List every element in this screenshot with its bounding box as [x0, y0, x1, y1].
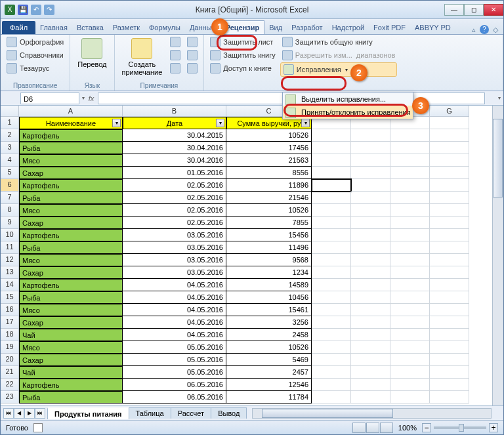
filter-sum-icon[interactable]: ▾ [301, 119, 310, 127]
spreadsheet-grid[interactable]: ABCDEFG1Наименование▾Дата▾Сумма выручки,… [1, 106, 503, 404]
cell-B19[interactable]: 05.05.2016 [123, 341, 226, 354]
cell-B13[interactable]: 03.05.2016 [123, 266, 226, 279]
cell-F21[interactable] [390, 366, 430, 379]
track-changes-button[interactable]: Исправления▾ [280, 62, 398, 77]
cell-E10[interactable] [351, 229, 390, 241]
tab-view[interactable]: Вид [264, 21, 287, 34]
zoom-in-button[interactable]: + [489, 423, 498, 432]
col-header-G[interactable]: G [430, 106, 469, 117]
cell-F15[interactable] [390, 291, 430, 304]
sheet-next-button[interactable]: ▶ [24, 408, 35, 419]
cell-A23[interactable]: Рыба [19, 391, 123, 404]
maximize-button[interactable]: ◻ [464, 4, 484, 16]
cell-G6[interactable] [430, 179, 469, 192]
cell-G22[interactable] [430, 379, 469, 391]
thesaurus-button[interactable]: Тезаурус [5, 62, 66, 74]
cell-A6[interactable]: Картофель [19, 179, 123, 192]
cell-A9[interactable]: Сахар [19, 217, 123, 229]
row-header-1[interactable]: 1 [1, 117, 19, 129]
cell-E6[interactable] [351, 179, 390, 192]
cell-G19[interactable] [430, 341, 469, 354]
row-header-15[interactable]: 15 [1, 291, 19, 304]
prev-comment-button[interactable] [168, 49, 182, 61]
cell-D21[interactable] [312, 366, 351, 379]
cell-C7[interactable]: 21546 [226, 192, 312, 204]
cell-F14[interactable] [390, 279, 430, 291]
cell-D18[interactable] [312, 329, 351, 341]
cell-B23[interactable]: 06.05.2016 [123, 391, 226, 404]
cell-B12[interactable]: 03.05.2016 [123, 254, 226, 266]
cell-B21[interactable]: 05.05.2016 [123, 366, 226, 379]
minimize-ribbon-icon[interactable]: ▵ [472, 26, 476, 34]
row-header-23[interactable]: 23 [1, 391, 19, 404]
cell-C14[interactable]: 14589 [226, 279, 312, 291]
row-header-12[interactable]: 12 [1, 254, 19, 266]
cell-F6[interactable] [390, 179, 430, 192]
cell-A20[interactable]: Сахар [19, 354, 123, 366]
cell-F12[interactable] [390, 254, 430, 266]
cell-G20[interactable] [430, 354, 469, 366]
cell-C6[interactable]: 11896 [226, 179, 312, 192]
cell-F23[interactable] [390, 391, 430, 404]
cell-B4[interactable]: 30.04.2016 [123, 154, 226, 167]
cell-D7[interactable] [312, 192, 351, 204]
cell-D10[interactable] [312, 229, 351, 241]
cell-C3[interactable]: 17456 [226, 142, 312, 154]
show-all-button[interactable] [185, 49, 200, 61]
filter-name-icon[interactable]: ▾ [112, 119, 121, 127]
cell-B17[interactable]: 04.05.2016 [123, 316, 226, 329]
cell-C21[interactable]: 2457 [226, 366, 312, 379]
cell-B22[interactable]: 06.05.2016 [123, 379, 226, 391]
row-header-8[interactable]: 8 [1, 204, 19, 217]
cell-E21[interactable] [351, 366, 390, 379]
cell-D12[interactable] [312, 254, 351, 266]
row-header-10[interactable]: 10 [1, 229, 19, 241]
cell-B6[interactable]: 02.05.2016 [123, 179, 226, 192]
cell-G7[interactable] [430, 192, 469, 204]
cell-D16[interactable] [312, 304, 351, 316]
cell-D11[interactable] [312, 241, 351, 254]
row-header-21[interactable]: 21 [1, 366, 19, 379]
cell-E16[interactable] [351, 304, 390, 316]
cell-G12[interactable] [430, 254, 469, 266]
cell-D4[interactable] [312, 154, 351, 167]
row-header-3[interactable]: 3 [1, 142, 19, 154]
row-header-16[interactable]: 16 [1, 304, 19, 316]
cell-F22[interactable] [390, 379, 430, 391]
cell-C17[interactable]: 3256 [226, 316, 312, 329]
cell-C19[interactable]: 10526 [226, 341, 312, 354]
cell-A17[interactable]: Сахар [19, 316, 123, 329]
cell-F16[interactable] [390, 304, 430, 316]
cell-D23[interactable] [312, 391, 351, 404]
row-header-11[interactable]: 11 [1, 241, 19, 254]
cell-D17[interactable] [312, 316, 351, 329]
cell-F19[interactable] [390, 341, 430, 354]
macro-record-icon[interactable] [33, 423, 43, 432]
cell-E15[interactable] [351, 291, 390, 304]
cell-A4[interactable]: Мясо [19, 154, 123, 167]
cell-E22[interactable] [351, 379, 390, 391]
cell-G16[interactable] [430, 304, 469, 316]
cell-E11[interactable] [351, 241, 390, 254]
view-layout-button[interactable] [366, 423, 379, 433]
cell-E7[interactable] [351, 192, 390, 204]
cell-A5[interactable]: Сахар [19, 167, 123, 179]
header-name[interactable]: Наименование▾ [19, 117, 123, 129]
save-icon[interactable]: 💾 [18, 5, 28, 15]
cell-A7[interactable]: Рыба [19, 192, 123, 204]
allow-ranges-button[interactable]: Разрешить изм...диапазонов [280, 49, 398, 61]
cell-D3[interactable] [312, 142, 351, 154]
cell-F13[interactable] [390, 266, 430, 279]
cell-B7[interactable]: 02.05.2016 [123, 192, 226, 204]
row-header-14[interactable]: 14 [1, 279, 19, 291]
cell-A2[interactable]: Картофель [19, 129, 123, 142]
cell-B16[interactable]: 04.05.2016 [123, 304, 226, 316]
redo-icon[interactable]: ↷ [44, 5, 54, 15]
cell-G8[interactable] [430, 204, 469, 217]
view-normal-button[interactable] [352, 423, 366, 433]
cell-G4[interactable] [430, 154, 469, 167]
view-pagebreak-button[interactable] [380, 423, 393, 433]
cell-B5[interactable]: 01.05.2016 [123, 167, 226, 179]
sheet-tab-4[interactable]: Вывод [211, 407, 247, 419]
tab-file[interactable]: Файл [2, 21, 35, 34]
